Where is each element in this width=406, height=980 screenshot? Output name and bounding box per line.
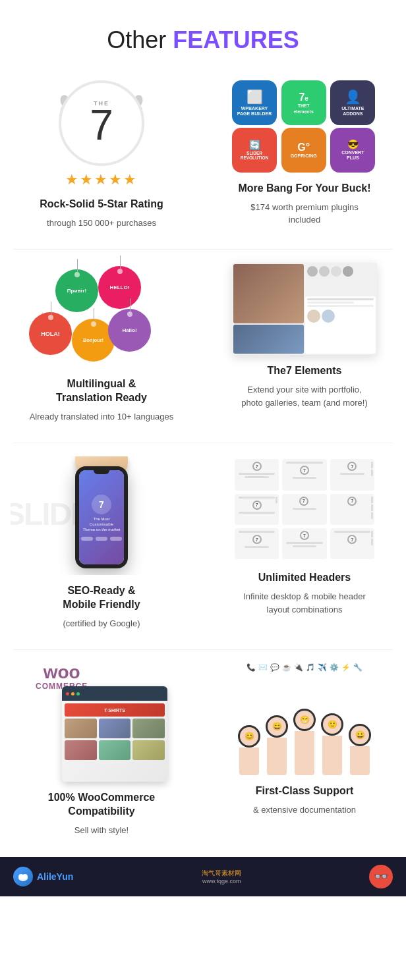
seo-subtext: (certified by Google) <box>63 617 140 630</box>
ultimate-icon: 👤 <box>345 89 361 105</box>
footer-logo-icon <box>13 867 33 886</box>
plugins-grid: ⬜ WPBAKERYPAGE BUILDER 7e THE7elements 👤… <box>232 80 377 173</box>
plugin-ultimate: 👤 ULTIMATEADDONS <box>330 80 375 125</box>
support-visual: 📞 ✉️ 💬 ☕ 🔌 🎵 ✈️ ⚙️ ⚡ 🔧 😊 <box>232 663 377 775</box>
finger-2: 😄 <box>264 713 289 775</box>
plugins-subtext: $174 worth premium pluginsincluded <box>250 201 358 227</box>
tag-privit: Привіт! <box>55 269 98 312</box>
rating-cell: THE 7 ★★★★★ Rock-Solid 5-Star Rating thr… <box>0 67 203 249</box>
finger-4-top: 🙂 <box>321 713 343 736</box>
seo-image-area: SLIDE 7 The Most CustomisableTheme on th… <box>11 456 192 575</box>
plugin-slider: 🔄 SLIDERREVOLUTION <box>232 128 277 173</box>
page-title: Other FEATURES <box>13 26 393 54</box>
support-icon-coffee: ☕ <box>282 663 291 703</box>
tag-string-bonjour <box>94 308 94 321</box>
woo-subtext: Sell with style! <box>74 824 129 837</box>
plugins-cell: ⬜ WPBAKERYPAGE BUILDER 7e THE7elements 👤… <box>203 67 406 249</box>
phone-hand: 7 The Most CustomisableTheme on the mark… <box>55 456 148 476</box>
support-icon-plug: 🔌 <box>294 663 303 703</box>
support-icon-mail: ✉️ <box>258 663 268 703</box>
tag-string-privit <box>77 259 78 272</box>
finger-2-top: 😄 <box>266 715 288 738</box>
woo-visual: woo COMMERCE T-SHIRTS <box>36 663 167 782</box>
seo-heading: SEO-Ready &Mobile Friendly <box>63 584 140 612</box>
page-wrapper: Other FEATURES <box>0 0 406 896</box>
header-layout-7: 7 <box>235 528 279 559</box>
plugin-gopricing: G° GOPRICING <box>281 128 326 173</box>
support-icon-wrench: 🔧 <box>353 663 362 703</box>
finger-3-top: 😁 <box>293 709 316 731</box>
tag-hello: HELLO! <box>98 266 141 309</box>
wpbakery-icon: ⬜ <box>246 89 263 105</box>
woo-heading: 100% WooCommerceCompatibility <box>48 791 155 819</box>
tag-hallo: Hallo! <box>108 309 151 352</box>
finger-5: 😀 <box>347 721 372 775</box>
header-layout-8: 7 <box>282 528 326 559</box>
woo-banner: T-SHIRTS <box>65 703 165 717</box>
footer-logo: AlileYun <box>13 867 73 886</box>
footer-right: 淘气哥素材网 www.tqge.com <box>202 869 241 885</box>
support-icon-phone: 📞 <box>246 663 256 703</box>
rating-circle: THE 7 <box>59 80 144 166</box>
headers-image-area: 7 7 7 <box>214 456 395 562</box>
phone-frame: 7 The Most CustomisableTheme on the mark… <box>75 466 128 568</box>
support-icon-lightning: ⚡ <box>341 663 351 703</box>
support-image-area: 📞 ✉️ 💬 ☕ 🔌 🎵 ✈️ ⚙️ ⚡ 🔧 😊 <box>214 663 395 775</box>
footer: AlileYun 淘气哥素材网 www.tqge.com 👓 <box>0 857 406 896</box>
tag-hole-hola <box>48 315 53 320</box>
tag-string-hallo <box>130 298 130 312</box>
cloud-icon <box>17 871 29 883</box>
support-icons: 📞 ✉️ 💬 ☕ 🔌 🎵 ✈️ ⚙️ ⚡ 🔧 <box>232 663 377 703</box>
plugin-convert: 😎 CONVERTPLUS <box>330 128 375 173</box>
plugins-heading: More Bang For Your Buck! <box>238 182 370 196</box>
multilingual-cell: HOLA! Привіт! Bonjour! <box>0 250 203 443</box>
finger-1: 😊 <box>237 722 262 775</box>
header-layout-4: 7 <box>235 494 279 525</box>
finger-5-top: 😀 <box>349 724 371 746</box>
svg-point-10 <box>22 874 28 879</box>
stars: ★★★★★ <box>65 171 138 188</box>
the7-heading: The7 Elements <box>268 364 342 378</box>
the7-subtext: Extend your site with portfolio,photo ga… <box>241 383 367 409</box>
multilingual-subtext: Already translated into 10+ languages <box>30 410 174 423</box>
the7-screenshot <box>232 263 377 355</box>
tag-hole-privit <box>74 272 80 277</box>
tag-hole-hallo <box>127 312 132 317</box>
plugins-image-area: ⬜ WPBAKERYPAGE BUILDER 7e THE7elements 👤… <box>214 80 395 173</box>
seo-cell: SLIDE 7 The Most CustomisableTheme on th… <box>0 443 203 649</box>
phone-screen: 7 The Most CustomisableTheme on the mark… <box>79 470 124 564</box>
multilingual-heading: Multilingual &Translation Ready <box>56 377 147 405</box>
multilingual-image-area: HOLA! Привіт! Bonjour! <box>11 263 192 368</box>
headers-cell: 7 7 7 <box>203 443 406 649</box>
support-icon-plane: ✈️ <box>318 663 327 703</box>
support-icon-music: 🎵 <box>306 663 315 703</box>
woo-logo-woo: woo <box>36 663 88 682</box>
support-heading: First-Class Support <box>256 784 353 798</box>
the7-image-area <box>214 263 395 355</box>
headers-heading: Unlimited Headers <box>258 571 351 585</box>
footer-eye-icon: 👓 <box>369 865 393 888</box>
rating-number: 7 <box>90 104 113 146</box>
woo-image-area: woo COMMERCE T-SHIRTS <box>11 663 192 782</box>
features-row-1: THE 7 ★★★★★ Rock-Solid 5-Star Rating thr… <box>0 67 406 249</box>
rating-image-area: THE 7 ★★★★★ <box>11 80 192 188</box>
page-header: Other FEATURES <box>0 0 406 67</box>
finger-1-top: 😊 <box>238 725 260 748</box>
plugin-the7: 7e THE7elements <box>281 80 326 125</box>
rating-heading: Rock-Solid 5-Star Rating <box>40 198 163 211</box>
features-row-4: woo COMMERCE T-SHIRTS <box>0 650 406 856</box>
support-cell: 📞 ✉️ 💬 ☕ 🔌 🎵 ✈️ ⚙️ ⚡ 🔧 😊 <box>203 650 406 856</box>
woo-screenshot: T-SHIRTS <box>62 686 167 782</box>
headers-subtext: Infinite desktop & mobile headerlayout c… <box>243 590 366 616</box>
finger-3: 😁 <box>292 706 317 775</box>
header-layout-1: 7 <box>235 459 279 490</box>
woo-cell: woo COMMERCE T-SHIRTS <box>0 650 203 856</box>
features-row-3: SLIDE 7 The Most CustomisableTheme on th… <box>0 443 406 649</box>
the7-elements-cell: The7 Elements Extend your site with port… <box>203 250 406 443</box>
tag-hole-bonjour <box>91 321 96 327</box>
phone-container: 7 The Most CustomisableTheme on the mark… <box>55 456 148 575</box>
phone-notch <box>94 470 109 474</box>
tag-hole-hello <box>117 269 123 274</box>
footer-url: www.tqge.com <box>202 878 241 885</box>
header-layout-5: 7 <box>282 494 326 525</box>
